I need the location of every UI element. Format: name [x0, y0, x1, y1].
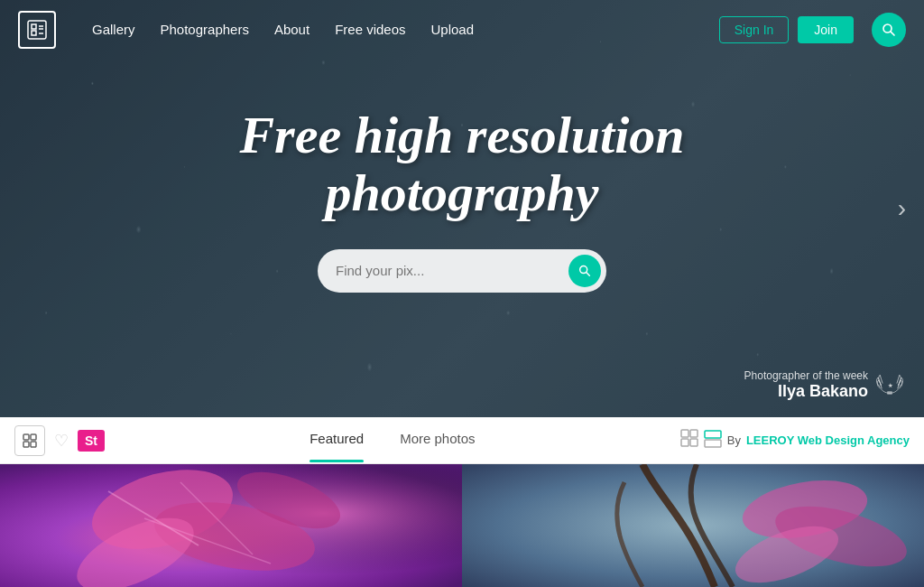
header-search-button[interactable]	[872, 13, 906, 47]
by-label: By	[727, 433, 741, 447]
photographer-week-label: Photographer of the week	[744, 369, 868, 382]
svg-rect-13	[31, 434, 36, 440]
grid-view-icon[interactable]	[14, 425, 45, 456]
nav-about[interactable]: About	[274, 22, 310, 37]
svg-line-7	[891, 31, 894, 34]
agency-logo: LEEROY Web Design Agency	[746, 433, 910, 447]
svg-rect-16	[681, 430, 688, 437]
laurel-icon: ★	[873, 368, 906, 401]
svg-rect-10	[887, 391, 892, 395]
logo-icon	[18, 11, 56, 49]
hero-search-input[interactable]	[336, 263, 568, 278]
header-actions: Sign In Join	[719, 16, 854, 43]
tabs-right: By LEEROY Web Design Agency	[680, 429, 910, 452]
join-button[interactable]: Join	[798, 16, 854, 43]
svg-rect-1	[32, 24, 36, 29]
svg-rect-14	[23, 442, 29, 447]
hero-section: Gallery Photographers About Free videos …	[0, 0, 924, 417]
tabs-left-icons: ♡ St	[14, 425, 105, 456]
tab-more-photos[interactable]: More photos	[400, 431, 475, 450]
tabs-bar: ♡ St Featured More photos By LEEROY Web …	[0, 417, 924, 464]
gallery-image-1[interactable]	[0, 464, 462, 587]
site-logo[interactable]	[18, 11, 56, 49]
svg-rect-19	[690, 439, 698, 446]
svg-line-9	[587, 272, 590, 275]
st-badge[interactable]: St	[78, 430, 105, 452]
svg-rect-21	[705, 440, 721, 447]
photographer-week-name: Ilya Bakano	[744, 382, 868, 401]
svg-rect-12	[23, 434, 29, 440]
signin-button[interactable]: Sign In	[719, 16, 790, 43]
gallery-section	[0, 464, 924, 587]
layout-grid-icon[interactable]	[680, 429, 698, 452]
layout-list-icon[interactable]	[704, 430, 722, 452]
heart-icon[interactable]: ♡	[54, 431, 69, 451]
hero-next-arrow[interactable]: ›	[898, 194, 906, 223]
hero-content: Free high resolution photography	[191, 107, 733, 293]
agency-name: LEEROY Web Design Agency	[746, 433, 910, 447]
hero-title: Free high resolution photography	[191, 107, 733, 222]
tabs-center: Featured More photos	[105, 431, 680, 450]
tab-featured[interactable]: Featured	[310, 431, 364, 450]
nav-upload[interactable]: Upload	[431, 22, 475, 37]
nav-photographers[interactable]: Photographers	[161, 22, 249, 37]
svg-text:★: ★	[888, 383, 893, 388]
nav-gallery[interactable]: Gallery	[92, 22, 135, 37]
svg-rect-20	[705, 431, 721, 438]
svg-rect-15	[31, 442, 36, 447]
svg-rect-17	[690, 430, 698, 437]
main-nav: Gallery Photographers About Free videos …	[92, 22, 719, 37]
hero-search-submit[interactable]	[568, 255, 601, 287]
photographer-of-week: Photographer of the week Ilya Bakano ★	[744, 368, 906, 401]
svg-rect-18	[681, 439, 688, 446]
nav-free-videos[interactable]: Free videos	[335, 22, 405, 37]
svg-rect-0	[28, 21, 46, 39]
gallery-image-2[interactable]	[462, 464, 924, 587]
site-header: Gallery Photographers About Free videos …	[0, 0, 924, 59]
svg-rect-2	[32, 31, 36, 35]
hero-search-bar	[318, 249, 606, 293]
